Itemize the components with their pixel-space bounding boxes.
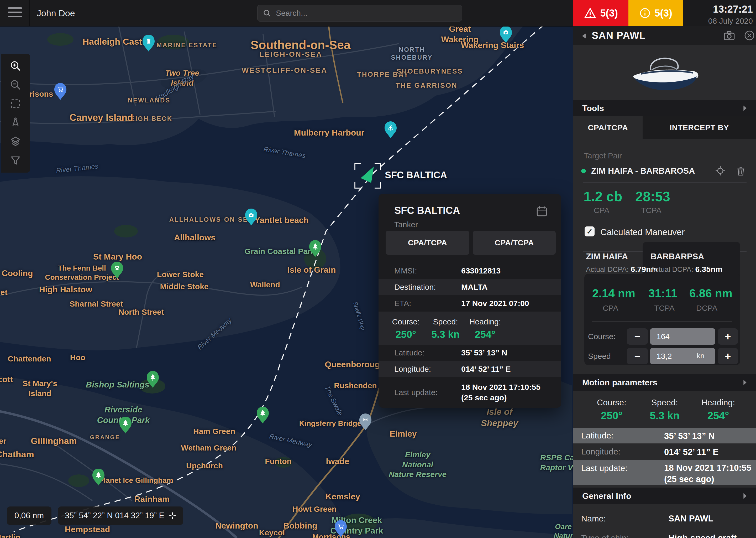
- own-dcpa: Actual DCPA: 6.79nm: [586, 265, 658, 274]
- row-value: 18 Nov 2021 17:10:55: [461, 383, 541, 392]
- tab-intercept-by[interactable]: INTERCEPT BY: [642, 116, 756, 139]
- yantlet-beach-pin[interactable]: [244, 208, 258, 226]
- trash-icon[interactable]: [736, 166, 745, 176]
- tools-section-header[interactable]: Tools: [573, 100, 756, 116]
- popup-row-eta: ETA: 17 Nov 2021 07:00: [379, 295, 561, 311]
- filter-icon: [10, 154, 22, 167]
- back-chevron-icon[interactable]: [581, 32, 587, 39]
- divider: [583, 182, 746, 183]
- ship-type-label: Type of ship:: [581, 533, 629, 538]
- target-pair-row[interactable]: ZIM HAIFA - BARBAROSA: [581, 165, 748, 177]
- cpa-tcpa-button-2[interactable]: CPA/TCPA: [473, 231, 556, 255]
- fenn-bell-pin[interactable]: [110, 261, 124, 279]
- course-value: 250°: [396, 329, 416, 340]
- morrisons-north-pin[interactable]: [54, 82, 67, 100]
- tab-cpa-tcpa[interactable]: CPA/TCPA: [573, 116, 642, 139]
- motion-heading-value: 254°: [707, 410, 729, 422]
- popup-row-longitude: Longitude: 014’ 52’ 11” E: [379, 361, 561, 377]
- divider: [29, 0, 30, 26]
- speed-plus-button[interactable]: +: [718, 348, 738, 364]
- morrisons-south-pin[interactable]: [334, 519, 348, 537]
- calculated-maneuver-checkbox[interactable]: ✓: [585, 227, 594, 237]
- zoom-in-button[interactable]: [1, 56, 30, 76]
- vessel-photo: [573, 45, 756, 101]
- vessel-popup: SFC BALTICA Tanker CPA/TCPA CPA/TCPA MMS…: [379, 194, 561, 408]
- bridge-icon: [362, 416, 369, 423]
- divider: [592, 321, 732, 322]
- search-box[interactable]: [257, 5, 462, 22]
- swale-park-pin[interactable]: [256, 406, 269, 424]
- zoom-out-icon: [10, 79, 22, 91]
- wakering-stairs-pin[interactable]: [499, 26, 513, 43]
- course-input[interactable]: [650, 328, 715, 345]
- search-input[interactable]: [275, 8, 456, 18]
- calendar-icon[interactable]: [536, 205, 547, 217]
- clock: 13:27:21 08 July 2020: [708, 0, 753, 26]
- chevron-right-icon: [743, 105, 747, 112]
- calc-tcpa-value: 31:11: [648, 287, 677, 300]
- planet-ice-pin[interactable]: [92, 468, 105, 486]
- vessel-marker[interactable]: [352, 160, 383, 192]
- zoom-out-button[interactable]: [1, 76, 30, 94]
- warning-badge[interactable]: 5(3): [629, 0, 683, 26]
- grain-coastal-park-pin[interactable]: [308, 240, 322, 257]
- popup-subtitle: Tanker: [394, 220, 418, 229]
- close-icon[interactable]: [744, 30, 755, 41]
- camera-icon[interactable]: [724, 30, 735, 41]
- alarm-count: 5(3): [600, 8, 618, 19]
- calc-dcpa-label: DCPA: [696, 304, 717, 313]
- pair-name: ZIM HAIFA - BARBAROSA: [591, 166, 695, 176]
- tree-icon: [95, 471, 102, 478]
- map-toolbar: [1, 54, 30, 173]
- calc-cpa-label: CPA: [603, 304, 618, 313]
- target-dcpa-value: 6.35nm: [695, 265, 722, 273]
- layers-button[interactable]: [1, 132, 30, 151]
- alarm-badge[interactable]: 5(3): [573, 0, 629, 26]
- measure-button[interactable]: [1, 113, 30, 132]
- kingsferry-bridge-pin[interactable]: [358, 413, 372, 431]
- course-minus-button[interactable]: −: [627, 328, 648, 345]
- popup-row-last-update: Last update: 18 Nov 2021 17:10:55 (25 se…: [379, 377, 561, 408]
- cpa-tcpa-button-1[interactable]: CPA/TCPA: [386, 231, 469, 255]
- app: Great WakeringWakering StairsSouthend-on…: [0, 0, 756, 538]
- motion-heading-label: Heading:: [701, 398, 735, 407]
- row-value: 35’ 53’ 13” N: [664, 431, 715, 442]
- camera-icon: [502, 29, 509, 36]
- anchor-icon: [387, 124, 394, 131]
- row-value-2: (25 sec ago): [461, 393, 507, 402]
- motion-parameters-header[interactable]: Motion parameters: [573, 374, 756, 391]
- speed-input[interactable]: [650, 348, 715, 364]
- menu-button[interactable]: [8, 7, 22, 19]
- hadleigh-castle-pin[interactable]: [142, 34, 155, 52]
- course-plus-button[interactable]: +: [718, 328, 738, 345]
- area-select-button[interactable]: [1, 94, 30, 113]
- paw-icon: [114, 265, 120, 271]
- map-scale: 0,06 nm: [7, 507, 51, 525]
- castle-icon: [145, 37, 152, 44]
- vessel-marker-label: SFC BALTICA: [385, 170, 447, 181]
- row-value: MALTA: [461, 282, 488, 293]
- tree-icon: [260, 409, 266, 416]
- row-label: Destination:: [394, 283, 436, 292]
- row-label: Longitude:: [581, 447, 620, 457]
- row-value: 17 Nov 2021 07:00: [461, 298, 529, 309]
- locate-icon[interactable]: [715, 166, 726, 176]
- motion-speed-label: Speed:: [651, 398, 678, 407]
- compass-icon: [10, 117, 22, 129]
- riverside-country-park-pin[interactable]: [118, 416, 132, 434]
- search-icon: [263, 9, 271, 17]
- popup-row-destination: Destination: MALTA: [379, 279, 561, 295]
- panel-header: SAN PAWL: [573, 26, 756, 45]
- mulberry-harbour-pin[interactable]: [384, 121, 398, 139]
- general-info-header[interactable]: General Info: [573, 488, 756, 504]
- general-header-label: General Info: [582, 491, 631, 501]
- chevron-right-icon: [743, 493, 747, 499]
- bishop-saltings-pin[interactable]: [146, 370, 160, 388]
- speed-minus-button[interactable]: −: [627, 348, 648, 364]
- row-label: Latitude:: [394, 348, 424, 357]
- top-bar: John Doe 5(3) 5(3) 13:27:2: [0, 0, 756, 27]
- boat-image: [625, 51, 704, 95]
- calculated-maneuver-label: Calculated Maneuver: [600, 227, 685, 237]
- ship-type-value: High-speed craft: [668, 533, 736, 538]
- filter-button[interactable]: [1, 151, 30, 170]
